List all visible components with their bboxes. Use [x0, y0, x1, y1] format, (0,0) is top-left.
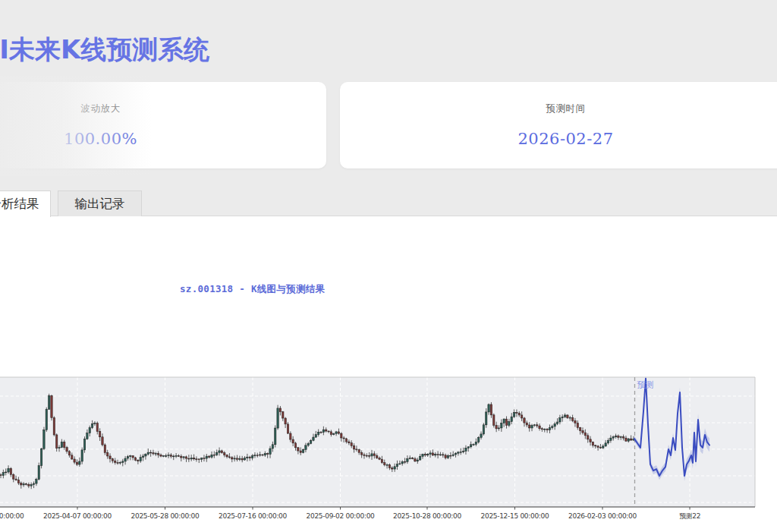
candle-body [241, 458, 243, 460]
candle-body [277, 408, 278, 428]
candle-body [417, 460, 418, 461]
candle-body [587, 436, 589, 439]
candle-body [294, 443, 296, 448]
candle-body [322, 430, 324, 433]
candle-body [99, 432, 100, 437]
candle-body [38, 465, 39, 479]
candle-body [256, 455, 258, 456]
candle-body [620, 437, 621, 438]
candle-body [25, 484, 27, 485]
candle-body [106, 452, 108, 455]
candle-body [597, 446, 599, 448]
candle-body [287, 424, 288, 433]
candle-body [259, 455, 260, 455]
candle-body [490, 405, 492, 415]
candle-body [503, 419, 505, 423]
candle-body [610, 438, 612, 440]
candle-body [577, 423, 578, 428]
candle-body [134, 458, 136, 460]
candle-body [117, 463, 118, 464]
plot-area [0, 377, 755, 507]
tab-analysis-result[interactable]: 分析结果 [0, 190, 51, 217]
candle-body [579, 427, 580, 430]
candle-body [262, 455, 263, 455]
candle-body [399, 464, 401, 464]
candle-body [465, 448, 467, 451]
candle-body [160, 455, 162, 456]
candle-body [615, 436, 616, 436]
candle-body [582, 431, 584, 433]
candle-body [30, 484, 32, 486]
candle-body [145, 454, 146, 456]
candle-body [142, 456, 143, 458]
candle-body [480, 434, 482, 438]
candle-body [87, 433, 88, 439]
candle-body [531, 425, 533, 428]
candle-body [574, 420, 576, 423]
candle-body [567, 415, 568, 418]
candle-body [10, 468, 11, 474]
candle-body [290, 433, 291, 439]
candle-body [351, 443, 352, 446]
x-tick-label: 2025-09-02 00:00:00 [307, 512, 375, 520]
candle-body [130, 456, 131, 457]
candle-body [272, 445, 273, 449]
candle-body [203, 458, 205, 459]
x-tick-label: 2025-02-17 00:00:00 [0, 512, 24, 520]
candle-body [426, 454, 428, 455]
candle-body [285, 418, 286, 424]
candle-body [341, 433, 342, 438]
candle-body [559, 418, 561, 422]
candle-body [119, 462, 121, 463]
candle-body [401, 461, 403, 464]
candle-body [630, 439, 631, 440]
candle-body [58, 448, 60, 449]
candle-body [317, 432, 319, 434]
candle-body [36, 480, 37, 483]
candle-body [569, 417, 571, 418]
candle-body [307, 443, 309, 445]
candle-body [435, 455, 436, 455]
candle-body [343, 438, 344, 439]
candle-body [221, 451, 222, 453]
candle-body [33, 483, 34, 484]
candle-body [55, 435, 57, 449]
candle-body [264, 453, 266, 455]
candle-body [2, 473, 4, 476]
candle-body [17, 480, 19, 483]
candle-body [602, 446, 604, 448]
candle-body [279, 408, 281, 412]
candle-body [5, 472, 6, 473]
candle-body [411, 458, 413, 459]
candle-body [483, 425, 484, 434]
candle-body [477, 438, 479, 442]
candle-body [592, 442, 593, 445]
candle-body [305, 445, 307, 449]
candle-body [424, 455, 426, 455]
candle-body [320, 432, 322, 433]
candle-body [493, 415, 495, 426]
candle-body [231, 458, 233, 459]
candle-body [501, 423, 502, 428]
candle-body [414, 459, 416, 461]
candle-body [409, 458, 411, 459]
candle-body [473, 445, 474, 445]
candle-body [348, 442, 350, 443]
candle-body [330, 432, 332, 435]
candle-body [618, 436, 619, 437]
candle-body [247, 457, 248, 458]
candle-body [571, 417, 573, 420]
candle-body [66, 448, 68, 452]
candle-body [396, 464, 398, 467]
candle-body [419, 456, 420, 460]
candle-body [554, 423, 555, 426]
candle-body [511, 417, 512, 421]
candle-body [429, 453, 431, 455]
candle-body [190, 458, 192, 459]
candle-body [46, 409, 47, 430]
candle-body [193, 458, 194, 458]
candle-body [94, 423, 96, 424]
candle-body [528, 425, 530, 428]
candle-body [345, 439, 347, 442]
candle-body [173, 456, 175, 457]
